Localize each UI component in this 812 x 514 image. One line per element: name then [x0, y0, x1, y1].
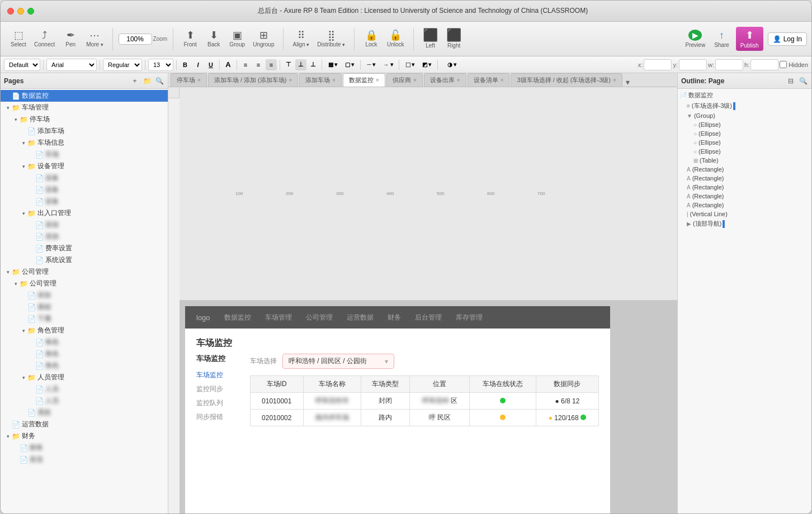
corner-button[interactable]: ⬚ ▾: [402, 59, 418, 70]
tree-item-renyuan_guanli[interactable]: ▾📁人员管理: [1, 372, 168, 383]
tab-close-4[interactable]: ×: [413, 77, 417, 83]
pen-button[interactable]: ✒ Pen: [59, 28, 82, 50]
h-input[interactable]: [750, 59, 778, 70]
align-right-button[interactable]: ≡: [266, 59, 277, 70]
tree-toggle-renyuan_guanli[interactable]: ▾: [20, 375, 27, 380]
tree-item-shebei1[interactable]: 📄设备: [1, 172, 168, 184]
align-button[interactable]: ⠿ Align: [289, 28, 313, 50]
outline-item-6[interactable]: ○(Ellipse): [678, 147, 811, 156]
outline-item-8[interactable]: A(Rectangle): [678, 165, 811, 174]
style-select[interactable]: Default: [4, 59, 40, 71]
section-item-duilie[interactable]: 监控队列: [196, 398, 241, 408]
tree-item-xitongshezhi[interactable]: 📄系统设置: [1, 254, 168, 266]
tree-item-tianjia_chechang[interactable]: 📄添加车场: [1, 125, 168, 137]
outline-item-9[interactable]: A(Rectangle): [678, 174, 811, 183]
shadow-button[interactable]: ◩ ▾: [419, 59, 435, 70]
tree-item-tianjia1[interactable]: 📄添加: [1, 219, 168, 231]
tab-2[interactable]: 添加车场×: [299, 73, 342, 87]
tree-item-chechang[interactable]: ▾📁车场管理: [1, 102, 168, 113]
more-button[interactable]: ⋯ More: [83, 28, 106, 50]
italic-button[interactable]: I: [192, 59, 204, 70]
tree-item-jichu[interactable]: 📄基础: [1, 301, 168, 313]
tree-toggle-juese_guanli[interactable]: ▾: [20, 328, 27, 334]
fill-color-button[interactable]: ▦ ▾: [325, 59, 341, 70]
tab-close-1[interactable]: ×: [289, 77, 292, 83]
tree-item-chechang_xinxi[interactable]: ▾📁车场信息: [1, 137, 168, 149]
tab-1[interactable]: 添加车场 / 添加 (添加车场)×: [208, 73, 298, 87]
tree-toggle-tingchechang[interactable]: ▾: [12, 117, 20, 122]
login-button[interactable]: 👤 Log In: [768, 32, 807, 46]
nav-item-yunying[interactable]: 运营数据: [347, 313, 374, 322]
tree-item-renyuan2[interactable]: 📄人员: [1, 395, 168, 407]
outline-item-14[interactable]: ▶(顶部导航): [678, 218, 811, 229]
hidden-checkbox-group[interactable]: Hidden: [780, 61, 808, 68]
align-left-button[interactable]: ≡: [240, 59, 251, 70]
minimize-button[interactable]: [17, 8, 24, 15]
line-style-button[interactable]: ─ ▾: [363, 59, 379, 70]
section-item-tongbu[interactable]: 监控同步: [196, 384, 241, 394]
opacity-button[interactable]: ◑ ▾: [441, 59, 463, 70]
tab-close-6[interactable]: ×: [501, 77, 504, 83]
publish-button[interactable]: ⬆ Publish: [736, 27, 763, 51]
connect-button[interactable]: ⤴ Connect: [31, 28, 58, 50]
font-select[interactable]: Arial: [46, 59, 97, 71]
tree-toggle-chechang[interactable]: ▾: [4, 105, 12, 111]
tree-item-juese1[interactable]: 📄角色: [1, 336, 168, 348]
weight-select[interactable]: Regular: [103, 59, 142, 71]
section-item-jiance[interactable]: 车场监控: [196, 370, 241, 380]
outline-item-7[interactable]: ⊞(Table): [678, 156, 811, 165]
outline-item-10[interactable]: A(Rectangle): [678, 183, 811, 192]
front-button[interactable]: ⬆ Front: [179, 28, 201, 50]
search-pages-button[interactable]: 🔍: [154, 76, 164, 86]
tree-item-gongsi_guanli2[interactable]: ▾📁公司管理: [1, 278, 168, 289]
outline-search-button[interactable]: 🔍: [798, 76, 808, 86]
canvas-scroll[interactable]: logo 数据监控 车场管理 公司管理 运营数据 财务 后台管理 库存管理: [180, 301, 677, 513]
tab-5[interactable]: 设备出库×: [424, 73, 466, 87]
lock-button[interactable]: 🔒 Lock: [360, 28, 383, 50]
left-button[interactable]: ⬛ Left: [419, 27, 442, 51]
tab-close-5[interactable]: ×: [457, 77, 460, 83]
valign-mid-button[interactable]: ⊥: [295, 59, 306, 70]
tree-toggle-chechang_xinxi[interactable]: ▾: [20, 140, 27, 146]
group-button[interactable]: ▣ Group: [226, 28, 248, 50]
tab-3[interactable]: 数据监控×: [343, 73, 385, 87]
tree-item-juese2[interactable]: 📄角色: [1, 348, 168, 360]
filter-select[interactable]: 呼和浩特 / 回民区 / 公园街 ▾: [282, 354, 394, 369]
ungroup-button[interactable]: ⊞ Ungroup: [249, 28, 277, 50]
tree-item-shebei2[interactable]: 📄设备: [1, 184, 168, 196]
section-item-baocuo[interactable]: 同步报错: [196, 412, 241, 422]
tree-item-tianjia2[interactable]: 📄添加: [1, 231, 168, 242]
outline-item-11[interactable]: A(Rectangle): [678, 192, 811, 201]
nav-item-shuujujiance[interactable]: 数据监控: [224, 313, 251, 322]
tab-6[interactable]: 设备清单×: [468, 73, 510, 87]
outline-filter-button[interactable]: ⊟: [786, 76, 796, 86]
tree-toggle-churu_guanli[interactable]: ▾: [20, 211, 27, 216]
valign-bot-button[interactable]: ⊥: [308, 59, 319, 70]
outline-item-13[interactable]: |(Vertical Line): [678, 210, 811, 218]
tree-toggle-gongsi_guanli[interactable]: ▾: [4, 269, 12, 275]
outline-item-4[interactable]: ○(Ellipse): [678, 129, 811, 138]
tabs-scroll-button[interactable]: ▾: [624, 78, 632, 87]
tree-item-feilvshezhi[interactable]: 📄费率设置: [1, 242, 168, 254]
nav-item-gongsi[interactable]: 公司管理: [306, 313, 333, 322]
tab-close-0[interactable]: ×: [197, 77, 201, 83]
tree-item-shebei_guanli[interactable]: ▾📁设备管理: [1, 160, 168, 172]
right-button[interactable]: ⬛ Right: [443, 27, 465, 51]
zoom-input[interactable]: 100%: [119, 34, 152, 45]
tree-item-juese_guanli[interactable]: ▾📁角色管理: [1, 325, 168, 336]
distribute-button[interactable]: ⣿ Distribute: [314, 28, 348, 50]
align-center-button[interactable]: ≡: [253, 59, 264, 70]
tab-4[interactable]: 供应商×: [386, 73, 423, 87]
back-button[interactable]: ⬇ Back: [202, 28, 225, 50]
bold-button[interactable]: B: [180, 59, 191, 70]
add-page-button[interactable]: +: [130, 76, 140, 86]
add-folder-button[interactable]: 📁: [142, 76, 152, 86]
underline-button[interactable]: U: [205, 59, 216, 70]
tree-item-renyuan1[interactable]: 📄人员: [1, 383, 168, 395]
close-button[interactable]: [7, 8, 14, 15]
valign-top-button[interactable]: ⊤: [283, 59, 294, 70]
tree-item-churu_guanli[interactable]: ▾📁出入口管理: [1, 207, 168, 219]
outline-item-3[interactable]: ○(Ellipse): [678, 120, 811, 129]
tab-close-2[interactable]: ×: [332, 77, 336, 83]
w-input[interactable]: [715, 59, 743, 70]
